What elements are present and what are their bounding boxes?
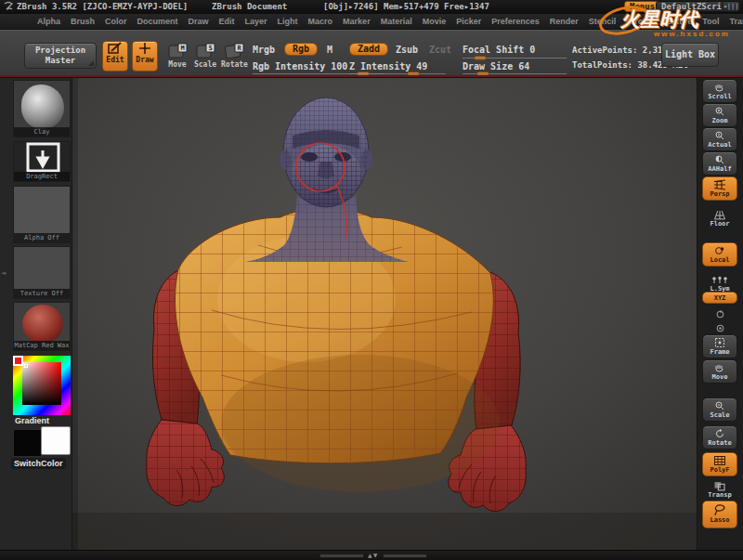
menu-render[interactable]: Render [550,17,579,26]
color-cursor [24,364,28,368]
spin-z-icon[interactable] [710,320,729,332]
move-icon: M [167,43,188,59]
material-selector[interactable]: MatCap Red Wax [13,302,71,351]
persp-button[interactable]: Persp [702,176,737,201]
zoom-button[interactable]: Zoom [702,103,737,127]
scroll-button[interactable]: Scroll [702,79,737,103]
shelf-move-button[interactable]: Move [702,359,737,384]
aahalf-icon [713,154,726,165]
menu-picker[interactable]: Picker [456,17,481,26]
transp-button[interactable]: Transp [702,479,737,501]
rotate-button[interactable]: R Rotate [221,43,247,69]
local-button[interactable]: Local [702,242,737,267]
matcap-red-wax-icon [22,305,63,344]
local-icon [713,245,726,256]
lsym-icon [711,276,728,285]
move-button[interactable]: M Move [165,43,189,69]
rotate-arrow-icon [713,428,726,439]
menu-document[interactable]: Document [137,17,178,26]
menu-transform[interactable]: Transform [729,17,743,26]
menu-marker[interactable]: Marker [343,17,371,26]
divider-segment-right[interactable] [383,553,427,558]
hand-icon [713,82,726,93]
menu-alpha[interactable]: Alpha [37,17,60,26]
zbrush-window: ZBrush 3.5R2 [ZJCO-EMZY-AYPJ-DOEL] ZBrus… [0,0,743,560]
stroke-selector[interactable]: DragRect [13,141,71,182]
current-color-swatch[interactable] [13,356,23,366]
menu-texture[interactable]: Texture [662,17,692,26]
menu-light[interactable]: Light [278,17,298,26]
switchcolor-button[interactable]: SwitchColor [11,458,66,469]
aahalf-button[interactable]: AAHalf [702,151,737,176]
m-button[interactable]: M [327,45,332,55]
texture-selector[interactable]: Texture Off [13,246,71,299]
tray-collapse-handle[interactable]: ◄ [1,269,6,277]
scale-button[interactable]: S Scale [193,43,217,69]
secondary-color-swatch[interactable] [41,426,71,455]
actual-size-icon [713,130,726,141]
scale-icon: S [195,43,215,59]
document-title: ZBrush Document [212,2,287,11]
title-bar: ZBrush 3.5R2 [ZJCO-EMZY-AYPJ-DOEL] ZBrus… [0,0,743,14]
lasso-button[interactable]: Lasso [702,501,737,528]
draw-size-slider[interactable]: Draw Size 64 [463,61,529,72]
collapse-button[interactable]: ◂||| [722,1,740,12]
mrgb-button[interactable]: Mrgb [253,45,275,55]
menu-color[interactable]: Color [105,17,127,26]
zadd-button[interactable]: Zadd [349,43,388,56]
zoom-icon [713,106,726,117]
main-color-swatch[interactable] [13,429,42,457]
document-canvas[interactable] [72,78,697,550]
menu-material[interactable]: Material [381,17,412,26]
menu-movie[interactable]: Movie [423,17,447,26]
rotate-icon: R [224,43,244,59]
brush-selector[interactable]: Clay [13,80,71,137]
light-box-button[interactable]: Light Box [661,43,719,67]
active-points-readout: ActivePoints: 2,315 [572,46,668,55]
spin-y-icon[interactable] [710,306,729,319]
menu-stroke[interactable]: Stroke [626,17,652,26]
transparency-icon [713,481,726,491]
shelf-scale-button[interactable]: Scale [702,397,737,422]
divider-segment-left[interactable] [319,553,364,558]
rgb-button[interactable]: Rgb [284,43,318,56]
actual-button[interactable]: Actual [702,127,737,151]
draw-button[interactable]: Draw [132,41,158,72]
zsub-button[interactable]: Zsub [396,45,418,55]
color-picker[interactable] [13,356,71,415]
move-hand-icon [713,362,726,373]
saturation-value-square[interactable] [22,362,61,405]
z-intensity-slider[interactable]: Z Intensity 49 [349,61,427,72]
projection-master-button[interactable]: Projection Master [24,43,97,69]
menu-stencil[interactable]: Stencil [589,17,617,26]
lasso-icon [712,503,727,516]
shelf-rotate-button[interactable]: Rotate [702,425,737,449]
rgb-intensity-slider[interactable]: Rgb Intensity 100 [253,61,347,72]
svg-text:S: S [208,45,212,52]
frame-button[interactable]: Frame [702,334,737,358]
zcut-button[interactable]: Zcut [429,45,451,55]
tray-divider-handle[interactable]: ▲▼ [368,552,378,558]
menu-preferences[interactable]: Preferences [491,17,540,26]
polyf-button[interactable]: PolyF [702,452,737,476]
xyz-button[interactable]: XYZ [702,292,737,304]
floor-button[interactable]: Floor [702,208,737,229]
persp-icon [712,179,727,190]
menu-tool[interactable]: Tool [702,17,719,26]
gradient-label[interactable]: Gradient [15,416,49,425]
menu-edit[interactable]: Edit [219,17,235,26]
alpha-selector[interactable]: Alpha Off [13,186,71,243]
menu-brush[interactable]: Brush [71,17,95,26]
clay-brush-icon [21,85,64,129]
dragrect-stroke-icon [14,142,71,174]
menu-macro[interactable]: Macro [308,17,333,26]
corner-fold-icon [88,60,94,66]
focal-shift-slider[interactable]: Focal Shift 0 [463,45,535,55]
menu-layer[interactable]: Layer [245,17,267,26]
menu-draw[interactable]: Draw [189,17,209,26]
edit-button[interactable]: Edit [102,41,128,72]
menu-bar: Alpha Brush Color Document Draw Edit Lay… [0,14,743,30]
bottom-tray-bar: ▲▼ [0,550,743,560]
focal-shift-handle[interactable] [474,56,487,60]
workspace: Clay DragRect Alpha Off Texture Off MatC… [0,78,743,550]
